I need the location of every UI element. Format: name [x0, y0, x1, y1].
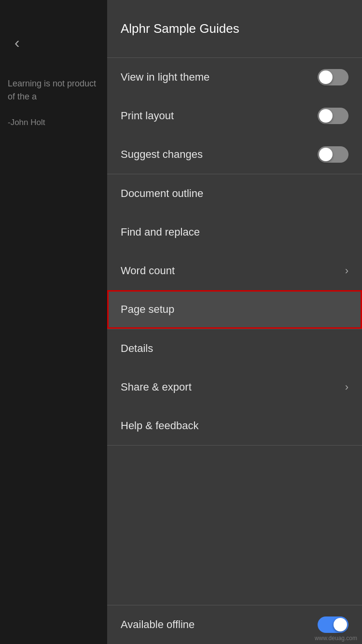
suggest-changes-item[interactable]: Suggest changes — [107, 135, 362, 174]
print-layout-toggle[interactable] — [318, 108, 348, 124]
print-layout-label: Print layout — [121, 110, 174, 122]
menu-header: Alphr Sample Guides — [107, 0, 362, 58]
suggest-changes-label: Suggest changes — [121, 148, 203, 161]
view-light-theme-item[interactable]: View in light theme — [107, 58, 362, 97]
page-setup-label: Page setup — [121, 303, 174, 316]
suggest-changes-toggle-knob — [319, 148, 333, 161]
word-count-right: › — [345, 265, 348, 277]
share-export-label: Share & export — [121, 381, 192, 393]
page-setup-item[interactable]: Page setup — [107, 290, 362, 329]
doc-author: -John Holt — [8, 118, 102, 127]
menu-title: Alphr Sample Guides — [121, 21, 239, 36]
word-count-label: Word count — [121, 265, 175, 277]
print-layout-toggle-knob — [319, 109, 333, 123]
share-export-right: › — [345, 381, 348, 393]
menu-items-list: View in light themePrint layoutSuggest c… — [107, 58, 362, 445]
word-count-item[interactable]: Word count› — [107, 252, 362, 290]
watermark: www.deuag.com — [315, 635, 357, 642]
menu-panel: Alphr Sample Guides View in light themeP… — [107, 0, 362, 644]
view-light-theme-toggle[interactable] — [318, 69, 348, 85]
document-outline-item[interactable]: Document outline — [107, 174, 362, 213]
view-light-theme-label: View in light theme — [121, 71, 209, 84]
doc-text: Learning is not product of the a — [8, 77, 102, 103]
document-outline-label: Document outline — [121, 187, 203, 200]
back-button[interactable]: ‹ — [14, 34, 20, 52]
share-export-item[interactable]: Share & export› — [107, 368, 362, 406]
help-feedback-label: Help & feedback — [121, 420, 198, 432]
print-layout-item[interactable]: Print layout — [107, 97, 362, 135]
find-and-replace-item[interactable]: Find and replace — [107, 213, 362, 252]
word-count-chevron-icon: › — [345, 265, 348, 277]
details-item[interactable]: Details — [107, 329, 362, 368]
suggest-changes-toggle[interactable] — [318, 146, 348, 163]
suggest-changes-right — [318, 146, 348, 163]
available-offline-toggle[interactable] — [318, 616, 348, 633]
view-light-theme-toggle-knob — [319, 70, 333, 84]
left-panel: ‹ Learning is not product of the a -John… — [0, 0, 110, 644]
available-offline-toggle-knob — [334, 618, 347, 631]
view-light-theme-right — [318, 69, 348, 85]
share-export-chevron-icon: › — [345, 381, 348, 393]
find-and-replace-label: Find and replace — [121, 226, 200, 238]
available-offline-label: Available offline — [121, 618, 195, 631]
details-label: Details — [121, 342, 153, 355]
help-feedback-item[interactable]: Help & feedback — [107, 406, 362, 445]
print-layout-right — [318, 108, 348, 124]
divider-bottom — [107, 445, 362, 446]
